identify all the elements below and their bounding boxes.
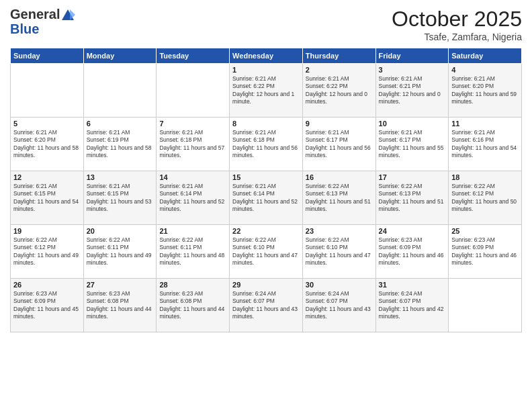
cell-info: Sunrise: 6:22 AMSunset: 6:13 PMDaylight:… <box>379 183 446 214</box>
day-number: 10 <box>379 120 446 128</box>
table-row: 26Sunrise: 6:23 AMSunset: 6:09 PMDayligh… <box>11 279 84 332</box>
day-number: 31 <box>379 281 446 289</box>
table-row <box>157 64 230 118</box>
col-wednesday: Wednesday <box>230 48 303 64</box>
day-number: 13 <box>87 173 154 181</box>
day-number: 18 <box>451 173 519 181</box>
cell-info: Sunrise: 6:22 AMSunset: 6:13 PMDaylight:… <box>306 183 373 214</box>
location: Tsafe, Zamfara, Nigeria <box>392 32 522 42</box>
col-thursday: Thursday <box>302 48 375 64</box>
table-row <box>449 279 522 332</box>
cell-info: Sunrise: 6:24 AMSunset: 6:07 PMDaylight:… <box>232 290 300 321</box>
cell-info: Sunrise: 6:22 AMSunset: 6:11 PMDaylight:… <box>159 236 226 267</box>
table-row: 25Sunrise: 6:23 AMSunset: 6:09 PMDayligh… <box>449 225 522 279</box>
col-monday: Monday <box>83 48 157 64</box>
cell-info: Sunrise: 6:21 AMSunset: 6:18 PMDaylight:… <box>159 129 226 160</box>
cell-info: Sunrise: 6:22 AMSunset: 6:12 PMDaylight:… <box>451 183 519 214</box>
col-saturday: Saturday <box>449 48 522 64</box>
table-row: 4Sunrise: 6:21 AMSunset: 6:20 PMDaylight… <box>449 64 522 118</box>
table-row: 5Sunrise: 6:21 AMSunset: 6:20 PMDaylight… <box>11 118 84 171</box>
day-number: 17 <box>379 173 446 181</box>
day-number: 7 <box>159 120 226 128</box>
table-row: 14Sunrise: 6:21 AMSunset: 6:14 PMDayligh… <box>157 171 230 225</box>
cell-info: Sunrise: 6:21 AMSunset: 6:18 PMDaylight:… <box>232 129 300 160</box>
table-row: 7Sunrise: 6:21 AMSunset: 6:18 PMDaylight… <box>157 118 230 171</box>
table-row: 11Sunrise: 6:21 AMSunset: 6:16 PMDayligh… <box>449 118 522 171</box>
logo-blue: Blue <box>10 21 39 36</box>
day-number: 12 <box>13 173 81 181</box>
table-row: 21Sunrise: 6:22 AMSunset: 6:11 PMDayligh… <box>157 225 230 279</box>
day-number: 21 <box>159 227 226 235</box>
day-number: 26 <box>13 281 81 289</box>
table-row: 19Sunrise: 6:22 AMSunset: 6:12 PMDayligh… <box>11 225 84 279</box>
table-row: 12Sunrise: 6:21 AMSunset: 6:15 PMDayligh… <box>11 171 84 225</box>
cell-info: Sunrise: 6:21 AMSunset: 6:21 PMDaylight:… <box>379 75 446 106</box>
day-number: 19 <box>13 227 81 235</box>
col-tuesday: Tuesday <box>157 48 230 64</box>
calendar-table: Sunday Monday Tuesday Wednesday Thursday… <box>10 48 522 332</box>
day-number: 5 <box>13 120 81 128</box>
table-row: 18Sunrise: 6:22 AMSunset: 6:12 PMDayligh… <box>449 171 522 225</box>
day-number: 27 <box>87 281 154 289</box>
day-number: 11 <box>451 120 519 128</box>
table-row: 8Sunrise: 6:21 AMSunset: 6:18 PMDaylight… <box>230 118 303 171</box>
cell-info: Sunrise: 6:21 AMSunset: 6:17 PMDaylight:… <box>306 129 373 160</box>
table-row: 2Sunrise: 6:21 AMSunset: 6:22 PMDaylight… <box>302 64 375 118</box>
day-number: 24 <box>379 227 446 235</box>
page-header: General Blue October 2025 Tsafe, Zamfara… <box>10 7 522 42</box>
cell-info: Sunrise: 6:21 AMSunset: 6:15 PMDaylight:… <box>13 183 81 214</box>
day-number: 3 <box>379 66 446 74</box>
col-sunday: Sunday <box>11 48 84 64</box>
day-number: 14 <box>159 173 226 181</box>
table-row: 13Sunrise: 6:21 AMSunset: 6:15 PMDayligh… <box>83 171 157 225</box>
table-row: 30Sunrise: 6:24 AMSunset: 6:07 PMDayligh… <box>302 279 375 332</box>
table-row: 6Sunrise: 6:21 AMSunset: 6:19 PMDaylight… <box>83 118 157 171</box>
table-row: 22Sunrise: 6:22 AMSunset: 6:10 PMDayligh… <box>230 225 303 279</box>
table-row <box>11 64 84 118</box>
table-row: 28Sunrise: 6:23 AMSunset: 6:08 PMDayligh… <box>157 279 230 332</box>
day-number: 25 <box>451 227 519 235</box>
title-block: October 2025 Tsafe, Zamfara, Nigeria <box>392 7 522 42</box>
cell-info: Sunrise: 6:21 AMSunset: 6:16 PMDaylight:… <box>451 129 519 160</box>
cell-info: Sunrise: 6:22 AMSunset: 6:10 PMDaylight:… <box>306 236 373 267</box>
day-number: 20 <box>87 227 154 235</box>
day-number: 28 <box>159 281 226 289</box>
cell-info: Sunrise: 6:23 AMSunset: 6:08 PMDaylight:… <box>87 290 154 321</box>
cell-info: Sunrise: 6:24 AMSunset: 6:07 PMDaylight:… <box>379 290 446 321</box>
cell-info: Sunrise: 6:21 AMSunset: 6:17 PMDaylight:… <box>379 129 446 160</box>
cell-info: Sunrise: 6:21 AMSunset: 6:20 PMDaylight:… <box>451 75 519 106</box>
table-row: 3Sunrise: 6:21 AMSunset: 6:21 PMDaylight… <box>375 64 449 118</box>
table-row: 20Sunrise: 6:22 AMSunset: 6:11 PMDayligh… <box>83 225 157 279</box>
cell-info: Sunrise: 6:21 AMSunset: 6:14 PMDaylight:… <box>232 183 300 214</box>
logo: General Blue <box>10 7 76 36</box>
day-number: 6 <box>87 120 154 128</box>
cell-info: Sunrise: 6:23 AMSunset: 6:09 PMDaylight:… <box>379 236 446 267</box>
table-row: 15Sunrise: 6:21 AMSunset: 6:14 PMDayligh… <box>230 171 303 225</box>
table-row <box>83 64 157 118</box>
table-row: 10Sunrise: 6:21 AMSunset: 6:17 PMDayligh… <box>375 118 449 171</box>
table-row: 23Sunrise: 6:22 AMSunset: 6:10 PMDayligh… <box>302 225 375 279</box>
table-row: 16Sunrise: 6:22 AMSunset: 6:13 PMDayligh… <box>302 171 375 225</box>
cell-info: Sunrise: 6:21 AMSunset: 6:22 PMDaylight:… <box>232 75 300 106</box>
cell-info: Sunrise: 6:21 AMSunset: 6:19 PMDaylight:… <box>87 129 154 160</box>
day-number: 16 <box>306 173 373 181</box>
day-number: 30 <box>306 281 373 289</box>
day-number: 22 <box>232 227 300 235</box>
table-row: 31Sunrise: 6:24 AMSunset: 6:07 PMDayligh… <box>375 279 449 332</box>
table-row: 9Sunrise: 6:21 AMSunset: 6:17 PMDaylight… <box>302 118 375 171</box>
cell-info: Sunrise: 6:21 AMSunset: 6:15 PMDaylight:… <box>87 183 154 214</box>
month-title: October 2025 <box>392 7 522 32</box>
table-row: 27Sunrise: 6:23 AMSunset: 6:08 PMDayligh… <box>83 279 157 332</box>
table-row: 29Sunrise: 6:24 AMSunset: 6:07 PMDayligh… <box>230 279 303 332</box>
cell-info: Sunrise: 6:22 AMSunset: 6:12 PMDaylight:… <box>13 236 81 267</box>
col-friday: Friday <box>375 48 449 64</box>
day-number: 23 <box>306 227 373 235</box>
cell-info: Sunrise: 6:23 AMSunset: 6:09 PMDaylight:… <box>451 236 519 267</box>
day-number: 2 <box>306 66 373 74</box>
logo-general: General <box>10 7 60 21</box>
cell-info: Sunrise: 6:21 AMSunset: 6:20 PMDaylight:… <box>13 129 81 160</box>
day-number: 4 <box>451 66 519 74</box>
table-row: 17Sunrise: 6:22 AMSunset: 6:13 PMDayligh… <box>375 171 449 225</box>
cell-info: Sunrise: 6:21 AMSunset: 6:22 PMDaylight:… <box>306 75 373 106</box>
cell-info: Sunrise: 6:22 AMSunset: 6:11 PMDaylight:… <box>87 236 154 267</box>
